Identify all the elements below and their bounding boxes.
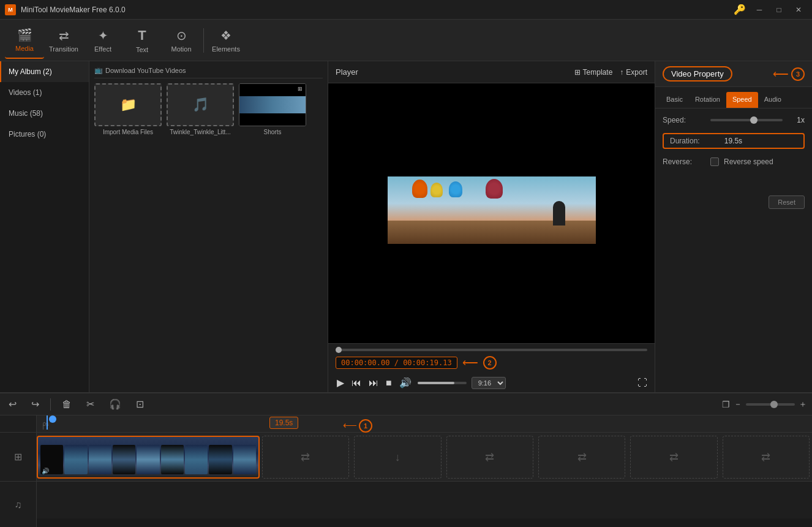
left-panel: My Album (2) Videos (1) Music (58) Pictu… bbox=[0, 61, 328, 392]
slot-3-icon: ⇄ bbox=[485, 450, 494, 464]
effect-icon: ✦ bbox=[98, 28, 108, 43]
prev-button[interactable]: ⏮ bbox=[350, 376, 363, 390]
fullscreen-button[interactable]: ⛶ bbox=[637, 377, 647, 389]
copy-icon[interactable]: ❐ bbox=[722, 400, 730, 409]
zoom-out-button[interactable]: － bbox=[734, 399, 742, 410]
arrow-3-indicator: ⟵ bbox=[773, 67, 789, 81]
delete-button[interactable]: 🗑 bbox=[58, 397, 75, 412]
media-label: Media bbox=[15, 45, 34, 52]
timeline-ruler-spacer bbox=[0, 415, 36, 433]
play-button[interactable]: ▶ bbox=[336, 376, 345, 390]
crop-button[interactable]: ⊡ bbox=[132, 396, 148, 412]
badge-3-circle: 3 bbox=[791, 67, 805, 81]
effect-label: Effect bbox=[94, 45, 111, 53]
aspect-ratio-select[interactable]: 9:16 16:9 1:1 bbox=[472, 377, 506, 389]
maximize-button[interactable]: □ bbox=[770, 4, 788, 16]
slot-6: ⇄ bbox=[723, 436, 810, 479]
reverse-speed-label: Reverse speed bbox=[724, 157, 773, 166]
volume-bar[interactable] bbox=[418, 382, 467, 384]
property-body: Speed: 1x Duration: 19.5s Reverse: Rever… bbox=[655, 108, 812, 188]
video-clip[interactable]: 🔊 bbox=[37, 436, 260, 479]
toolbar-effect[interactable]: ✦ Effect bbox=[83, 22, 122, 59]
export-button[interactable]: ↑ Export bbox=[620, 68, 647, 77]
video-media-item[interactable]: ⊞ Shorts bbox=[239, 83, 306, 135]
clip-frame-6 bbox=[161, 445, 184, 474]
toolbar-motion[interactable]: ⊙ Motion bbox=[162, 22, 201, 59]
player-header: Player ⊞ Template ↑ Export bbox=[328, 61, 655, 83]
timeline-content: ⊞ ♫ 0s 19.5s ⟵ bbox=[0, 415, 812, 527]
slot-4-icon: ⇄ bbox=[577, 450, 587, 464]
sidebar-item-music[interactable]: Music (58) bbox=[0, 103, 89, 124]
import-icon: 📁 bbox=[120, 97, 137, 113]
download-youtube-button[interactable]: 📺 Download YouTube Videos bbox=[94, 66, 186, 74]
controls-row: ▶ ⏮ ⏭ ■ 🔊 9:16 16:9 1:1 ⛶ bbox=[328, 373, 655, 392]
slot-5: ⇄ bbox=[630, 436, 717, 479]
clip-audio-row: 🔊 bbox=[42, 466, 49, 475]
tab-audio[interactable]: Audio bbox=[758, 92, 788, 108]
toolbar-transition[interactable]: ⇄ Transition bbox=[44, 22, 83, 59]
progress-bar[interactable] bbox=[336, 349, 647, 351]
text-label: Text bbox=[136, 46, 148, 53]
prop-title-row: Video Property ⟵ 3 bbox=[663, 66, 805, 82]
clip-frame-2 bbox=[64, 445, 87, 474]
reverse-label: Reverse: bbox=[663, 157, 705, 166]
speed-slider[interactable] bbox=[710, 119, 783, 121]
sidebar-item-videos[interactable]: Videos (1) bbox=[0, 82, 89, 103]
import-media-item[interactable]: 📁 Import Media Files bbox=[94, 83, 162, 135]
close-button[interactable]: ✕ bbox=[790, 4, 807, 16]
sidebar-item-myalbum[interactable]: My Album (2) bbox=[0, 61, 89, 82]
time-badge: 00:00:00.00 / 00:00:19.13 bbox=[336, 357, 457, 369]
duration-badge-container: 19.5s bbox=[269, 417, 298, 429]
clip-audio-icon: 🔊 bbox=[42, 468, 49, 474]
window-controls: ─ □ ✕ bbox=[751, 4, 807, 16]
zoom-dot bbox=[770, 401, 778, 408]
clip-frame-5 bbox=[137, 445, 159, 474]
reverse-checkbox[interactable] bbox=[710, 157, 719, 166]
arrow-2-indicator: ⟵ bbox=[462, 356, 478, 370]
toolbar-elements[interactable]: ❖ Elements bbox=[206, 22, 246, 59]
toolbar-media[interactable]: 🎬 Media bbox=[5, 22, 44, 59]
music-track bbox=[37, 482, 812, 518]
right-panel: Video Property ⟵ 3 Basic Rotation Speed bbox=[655, 61, 812, 392]
badge-1-circle: 1 bbox=[359, 419, 372, 433]
slot-3: ⇄ bbox=[446, 436, 533, 479]
app-title: MiniTool MovieMaker Free 6.0.0 bbox=[21, 6, 734, 14]
template-button[interactable]: ⊞ Template bbox=[574, 68, 613, 77]
zoom-in-button[interactable]: ＋ bbox=[799, 399, 807, 410]
motion-icon: ⊙ bbox=[176, 28, 187, 43]
import-label: Import Media Files bbox=[103, 129, 153, 135]
elements-label: Elements bbox=[212, 45, 240, 53]
video-middle bbox=[388, 176, 596, 244]
duration-box: Duration: 19.5s bbox=[663, 133, 805, 149]
toolbar-text[interactable]: T Text bbox=[122, 22, 162, 59]
tab-basic[interactable]: Basic bbox=[660, 92, 689, 108]
redo-button[interactable]: ↪ bbox=[28, 396, 43, 412]
tab-speed[interactable]: Speed bbox=[726, 92, 758, 108]
speed-label: Speed: bbox=[663, 116, 705, 124]
volume-button[interactable]: 🔊 bbox=[398, 376, 413, 390]
property-tabs: Basic Rotation Speed Audio bbox=[655, 92, 812, 108]
cut-button[interactable]: ✂ bbox=[83, 396, 98, 412]
music-media-item[interactable]: 🎵 Twinkle_Twinkle_Litt... bbox=[167, 83, 234, 135]
slot-5-icon: ⇄ bbox=[669, 450, 679, 464]
next-button[interactable]: ⏭ bbox=[367, 376, 380, 390]
stop-button[interactable]: ■ bbox=[385, 376, 393, 390]
audio-button[interactable]: 🎧 bbox=[105, 396, 125, 412]
speed-value: 1x bbox=[788, 116, 805, 124]
minimize-button[interactable]: ─ bbox=[751, 4, 768, 16]
template-icon: ⊞ bbox=[574, 68, 581, 77]
key-icon: 🔑 bbox=[734, 4, 746, 15]
video-track-icon[interactable]: ⊞ bbox=[0, 433, 36, 482]
undo-button[interactable]: ↩ bbox=[5, 396, 20, 412]
music-track-icon[interactable]: ♫ bbox=[0, 482, 36, 527]
reverse-row: Reverse: Reverse speed bbox=[663, 157, 805, 166]
arrow-1-indicator: ⟵ bbox=[343, 419, 357, 431]
reset-button[interactable]: Reset bbox=[769, 195, 805, 209]
media-content: 📺 Download YouTube Videos 📁 Import Media… bbox=[89, 61, 328, 392]
playhead bbox=[47, 415, 48, 430]
sidebar-item-pictures[interactable]: Pictures (0) bbox=[0, 124, 89, 145]
zoom-bar[interactable] bbox=[746, 403, 795, 406]
title-bar: M MiniTool MovieMaker Free 6.0.0 🔑 ─ □ ✕ bbox=[0, 0, 812, 20]
main-area: My Album (2) Videos (1) Music (58) Pictu… bbox=[0, 61, 812, 392]
tab-rotation[interactable]: Rotation bbox=[689, 92, 726, 108]
